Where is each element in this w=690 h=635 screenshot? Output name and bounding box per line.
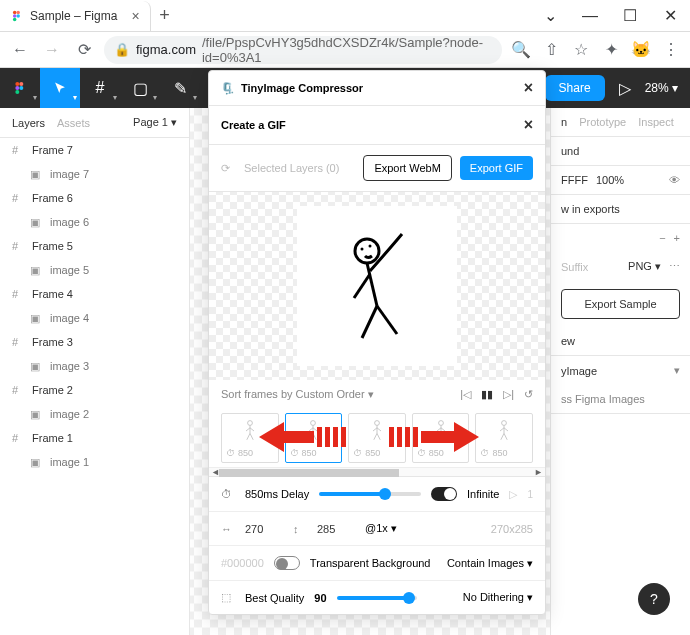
tab-design[interactable]: n [561,116,567,128]
dither-select[interactable]: No Dithering ▾ [463,591,533,604]
maximize-button[interactable]: ☐ [610,0,650,32]
loop-button[interactable]: ↺ [524,388,533,401]
frame-icon: # [12,288,24,300]
layer-name: Frame 1 [32,432,73,444]
layer-image[interactable]: ▣image 6 [0,210,189,234]
svg-point-12 [369,245,372,248]
svg-line-53 [500,428,504,431]
minus-button[interactable]: − [659,232,665,244]
scale-select[interactable]: @1x ▾ [365,522,397,535]
share-icon[interactable]: ⇧ [540,39,562,61]
layer-image[interactable]: ▣image 1 [0,450,189,474]
plus-button[interactable]: + [674,232,680,244]
export-webm-button[interactable]: Export WebM [363,155,451,181]
shape-tool[interactable]: ▢▾ [120,68,160,108]
svg-line-38 [313,433,316,439]
pause-button[interactable]: ▮▮ [481,388,493,401]
collapse-icon[interactable]: ▾ [674,364,680,377]
refresh-icon[interactable]: ⟳ [221,162,230,175]
layer-image[interactable]: ▣image 2 [0,402,189,426]
transparent-toggle[interactable] [274,556,300,570]
layers-list: #Frame 7▣image 7#Frame 6▣image 6#Frame 5… [0,138,189,474]
frame-thumbnail[interactable]: ⏱850 [475,413,533,463]
close-button[interactable]: ✕ [650,0,690,32]
layer-frame[interactable]: #Frame 3 [0,330,189,354]
image-icon: ▣ [30,360,42,372]
frame-tool[interactable]: #▾ [80,68,120,108]
menu-icon[interactable]: ⋮ [660,39,682,61]
layer-image[interactable]: ▣image 3 [0,354,189,378]
move-tool[interactable]: ▾ [40,68,80,108]
prev-frame-button[interactable]: |◁ [460,388,471,401]
frame-thumbnail[interactable]: ⏱850 [285,413,343,463]
chevron-down-icon[interactable]: ⌄ [530,0,570,32]
share-button[interactable]: Share [545,75,605,101]
layer-frame[interactable]: #Frame 4 [0,282,189,306]
layer-frame[interactable]: #Frame 7 [0,138,189,162]
visibility-icon[interactable]: 👁 [669,174,680,186]
star-icon[interactable]: ☆ [570,39,592,61]
browser-tab[interactable]: Sample – Figma × [0,1,151,31]
tab-close-icon[interactable]: × [131,8,139,24]
thumbnail-scrollbar[interactable]: ◄ ► [209,467,545,477]
profile-icon[interactable]: 🐱 [630,39,652,61]
infinite-toggle[interactable] [431,487,457,501]
extensions-icon[interactable]: ✦ [600,39,622,61]
layer-frame[interactable]: #Frame 1 [0,426,189,450]
layer-image[interactable]: ▣image 7 [0,162,189,186]
export-gif-button[interactable]: Export GIF [460,156,533,180]
gif-panel-close[interactable]: × [524,116,533,134]
format-select[interactable]: PNG ▾ [628,260,661,273]
reload-button[interactable]: ⟳ [72,38,96,62]
height-input[interactable]: 285 [317,523,355,535]
layer-name: Frame 4 [32,288,73,300]
quality-slider[interactable] [337,596,417,600]
bg-opacity[interactable]: 100% [596,174,624,186]
scrollbar-thumb[interactable] [219,469,399,477]
layer-frame[interactable]: #Frame 5 [0,234,189,258]
address-field[interactable]: 🔒 figma.com/file/PpspCvHY3g5dhdCXSDZr4k/… [104,36,502,64]
new-tab-button[interactable]: + [151,5,179,26]
frame-thumbnail[interactable]: ⏱850 [348,413,406,463]
page-selector[interactable]: Page 1 ▾ [133,116,177,129]
plugin-close-button[interactable]: × [524,79,533,97]
next-frame-button[interactable]: ▷| [503,388,514,401]
sort-dropdown[interactable]: Sort frames by Custom Order ▾ [221,388,374,401]
svg-line-48 [441,428,445,431]
back-button[interactable]: ← [8,38,32,62]
svg-point-33 [311,421,316,426]
frame-thumbnail[interactable]: ⏱850 [412,413,470,463]
export-options-icon[interactable]: ⋯ [669,260,680,273]
show-in-exports[interactable]: w in exports [561,203,620,215]
pen-tool[interactable]: ✎▾ [160,68,200,108]
frame-thumbnail[interactable]: ⏱850 [221,413,279,463]
timer-icon: ⏱ [417,448,426,458]
zoom-level[interactable]: 28% ▾ [645,81,678,95]
svg-line-36 [313,428,317,431]
width-input[interactable]: 270 [245,523,283,535]
layer-frame[interactable]: #Frame 6 [0,186,189,210]
figma-menu-button[interactable]: ▾ [0,68,40,108]
minimize-button[interactable]: — [570,0,610,32]
layer-name: image 4 [50,312,89,324]
layer-image[interactable]: ▣image 4 [0,306,189,330]
help-button[interactable]: ? [638,583,670,615]
lock-icon: 🔒 [114,42,130,57]
fit-select[interactable]: Contain Images ▾ [447,557,533,570]
present-button[interactable]: ▷ [613,68,637,108]
play-once-icon[interactable]: ▷ [509,488,517,501]
tab-layers[interactable]: Layers [12,117,45,129]
tab-prototype[interactable]: Prototype [579,116,626,128]
layer-name: image 6 [50,216,89,228]
bg-hex-input[interactable]: #000000 [221,557,264,569]
export-button[interactable]: Export Sample [561,289,680,319]
tab-assets[interactable]: Assets [57,117,90,129]
layer-image[interactable]: ▣image 5 [0,258,189,282]
layer-frame[interactable]: #Frame 2 [0,378,189,402]
scroll-right-icon[interactable]: ► [534,467,543,477]
tab-inspect[interactable]: Inspect [638,116,673,128]
bg-hex[interactable]: FFFF [561,174,588,186]
search-icon[interactable]: 🔍 [510,39,532,61]
delay-slider[interactable] [319,492,421,496]
image-icon: ▣ [30,216,42,228]
